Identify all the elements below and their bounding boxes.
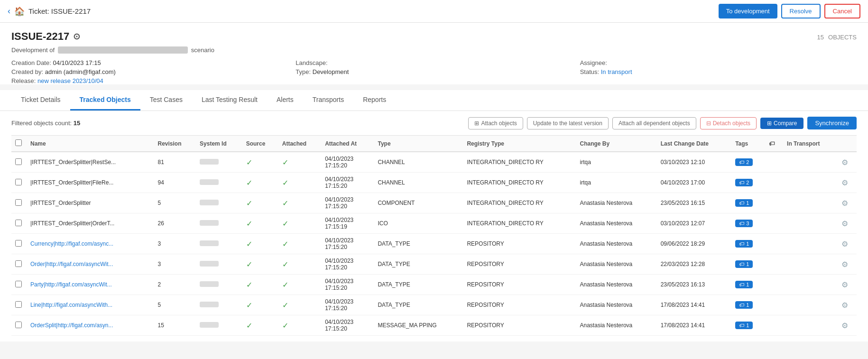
to-development-button[interactable]: To development — [719, 4, 777, 18]
row-in-transport — [783, 173, 838, 193]
tab-ticket-details[interactable]: Ticket Details — [11, 90, 70, 110]
gear-icon[interactable]: ⚙ — [841, 322, 848, 330]
tag-badge[interactable]: 🏷 1 — [735, 240, 753, 248]
row-last-change-date: 17/08/2023 14:41 — [657, 295, 732, 315]
gear-icon[interactable]: ⚙ — [841, 158, 848, 166]
tabs-bar: Ticket Details Tracked Objects Test Case… — [0, 90, 868, 111]
attached-check: ✓ — [282, 260, 288, 268]
tag-badge[interactable]: 🏷 2 — [735, 179, 753, 186]
row-in-transport — [783, 254, 838, 275]
row-registry-type: INTEGRATION_DIRECTO RY — [463, 213, 576, 234]
filtered-label-text: Filtered objects count: — [11, 120, 72, 127]
th-registry-type: Registry Type — [463, 136, 576, 152]
tag-badge[interactable]: 🏷 2 — [735, 158, 753, 166]
system-id-blurred — [200, 200, 219, 205]
row-system-id — [196, 275, 242, 295]
compare-button[interactable]: ⊞ Compare — [760, 118, 803, 129]
tracked-objects-table: Name Revision System Id Source Attached … — [11, 135, 857, 336]
row-revision: 15 — [154, 315, 196, 336]
description-prefix: Development of — [11, 46, 55, 54]
creation-date-value: 04/10/2023 17:15 — [53, 59, 101, 66]
tag-badge[interactable]: 🏷 1 — [735, 199, 753, 207]
row-tags: 🏷 1 — [731, 193, 765, 213]
objects-count-label: OBJECTS — [828, 34, 857, 41]
row-checkbox[interactable] — [15, 281, 22, 287]
row-change-by: irtqa — [576, 173, 657, 193]
tag-badge[interactable]: 🏷 3 — [735, 220, 753, 227]
source-check: ✓ — [246, 260, 252, 268]
objects-count-number: 15 — [817, 34, 824, 41]
row-revision: 5 — [154, 295, 196, 315]
release-link[interactable]: new release 2023/10/04 — [37, 77, 103, 84]
gear-icon[interactable]: ⚙ — [841, 281, 848, 289]
row-checkbox[interactable] — [15, 240, 22, 247]
gear-icon[interactable]: ⚙ — [841, 301, 848, 309]
update-latest-version-button[interactable]: Update to the latest version — [527, 117, 609, 129]
row-checkbox[interactable] — [15, 260, 22, 267]
row-source: ✓ — [242, 295, 278, 315]
row-name-link[interactable]: Party|http://figaf.com/asyncWit... — [30, 281, 130, 288]
tab-alerts[interactable]: Alerts — [267, 90, 303, 110]
tag-badge[interactable]: 🏷 1 — [735, 260, 753, 268]
row-checkbox[interactable] — [15, 220, 22, 226]
tag-count: 2 — [746, 180, 749, 185]
synchronize-button[interactable]: Synchronize — [807, 117, 857, 129]
row-attached-at: 04/10/2023 17:15:20 — [321, 234, 374, 254]
status-chevron-icon[interactable]: ⊙ — [73, 31, 80, 42]
system-id-blurred — [200, 302, 219, 307]
tag-count: 1 — [746, 322, 749, 328]
tab-test-cases[interactable]: Test Cases — [140, 90, 192, 110]
row-checkbox[interactable] — [15, 158, 22, 165]
row-revision: 2 — [154, 275, 196, 295]
landscape-label: Landscape: — [295, 59, 327, 66]
tab-reports[interactable]: Reports — [353, 90, 396, 110]
resolve-button[interactable]: Resolve — [781, 4, 821, 18]
row-checkbox[interactable] — [15, 301, 22, 308]
row-checkbox[interactable] — [15, 322, 22, 328]
row-system-id — [196, 234, 242, 254]
tab-transports[interactable]: Transports — [303, 90, 353, 110]
row-name-link[interactable]: Line|http://figaf.com/asyncWith... — [30, 302, 130, 308]
row-name-link[interactable]: Currency|http://figaf.com/async... — [30, 240, 130, 247]
tag-count: 1 — [746, 302, 749, 308]
attach-dependent-button[interactable]: Attach all dependent objects — [612, 117, 696, 129]
table-row: Line|http://figaf.com/asyncWith... 5 ✓ ✓… — [11, 295, 857, 315]
gear-icon[interactable]: ⚙ — [841, 260, 848, 268]
row-type: ICO — [374, 213, 463, 234]
row-tags: 🏷 2 — [731, 152, 765, 173]
row-source: ✓ — [242, 213, 278, 234]
row-name-link[interactable]: Order|http://figaf.com/asyncWit... — [30, 261, 130, 267]
row-attached: ✓ — [278, 213, 321, 234]
gear-icon[interactable]: ⚙ — [841, 220, 848, 228]
cancel-button[interactable]: Cancel — [824, 4, 860, 18]
detach-objects-button[interactable]: ⊟ Detach objects — [700, 117, 757, 129]
table-row: |IRTTEST_OrderSplitter|FileRe... 94 ✓ ✓ … — [11, 173, 857, 193]
row-change-by: Anastasia Nesterova — [576, 275, 657, 295]
select-all-checkbox[interactable] — [15, 139, 22, 146]
tab-tracked-objects[interactable]: Tracked Objects — [70, 90, 140, 110]
row-last-change-date: 23/05/2023 16:13 — [657, 275, 732, 295]
attached-check: ✓ — [282, 322, 288, 330]
row-in-transport — [783, 315, 838, 336]
row-gear: ⚙ — [838, 173, 857, 193]
tag-badge[interactable]: 🏷 1 — [735, 281, 753, 288]
row-tags-extra — [765, 315, 783, 336]
gear-icon[interactable]: ⚙ — [841, 199, 848, 207]
row-tags: 🏷 1 — [731, 234, 765, 254]
gear-icon[interactable]: ⚙ — [841, 179, 848, 187]
tag-badge[interactable]: 🏷 1 — [735, 301, 753, 309]
back-button[interactable]: ‹ — [8, 6, 10, 16]
issue-id-text: ISSUE-2217 — [11, 30, 69, 43]
tag-badge[interactable]: 🏷 1 — [735, 322, 753, 329]
row-tags: 🏷 1 — [731, 315, 765, 336]
row-checkbox[interactable] — [15, 199, 22, 206]
attached-check: ✓ — [282, 240, 288, 248]
row-checkbox[interactable] — [15, 179, 22, 185]
attach-objects-button[interactable]: ⊞ Attach objects — [468, 117, 523, 129]
row-name-link[interactable]: OrderSplit|http://figaf.com/asyn... — [30, 322, 130, 329]
landscape-item: Landscape: — [295, 59, 572, 66]
gear-icon[interactable]: ⚙ — [841, 240, 848, 248]
tab-last-testing-result[interactable]: Last Testing Result — [192, 90, 267, 110]
row-last-change-date: 04/10/2023 17:00 — [657, 173, 732, 193]
home-icon[interactable]: 🏠 — [14, 6, 25, 17]
